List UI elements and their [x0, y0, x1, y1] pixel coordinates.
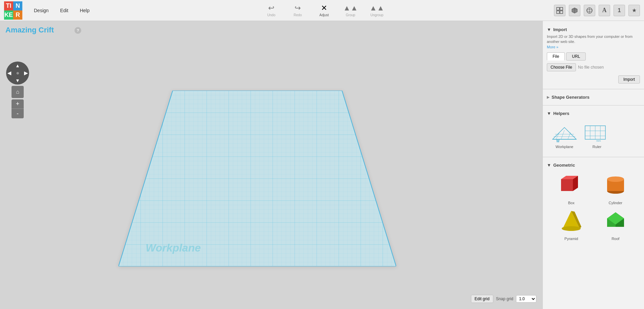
home-button[interactable]: ⌂: [12, 86, 24, 98]
canvas-area[interactable]: Amazing Crift ? ▲ ▼ ◀ ▶ ⊕ ⌂ + -: [0, 21, 542, 309]
geometric-arrow: ▼: [547, 163, 551, 168]
view-buttons: A 1 ★: [554, 5, 640, 16]
workplane-helper-label: Workplane: [556, 145, 573, 149]
divider-3: [543, 157, 644, 157]
svg-point-35: [607, 176, 624, 182]
nav-center: ⊕: [16, 71, 19, 75]
roof-icon: [600, 208, 631, 235]
text-view-btn[interactable]: A: [599, 5, 610, 16]
grid-view-btn[interactable]: [554, 5, 565, 16]
group-icon: ▲▲: [343, 4, 358, 13]
cylinder-label: Cylinder: [609, 201, 622, 205]
pyramid-label: Pyramid: [564, 237, 578, 241]
help-button[interactable]: ?: [74, 27, 81, 34]
ungroup-label: Ungroup: [370, 13, 383, 17]
ruler-helper-icon: mm: [583, 121, 610, 143]
divider-1: [543, 89, 644, 89]
svg-rect-3: [560, 11, 563, 14]
geo-pyramid[interactable]: Pyramid: [551, 208, 592, 241]
helpers-section: ▼ Helpers W: [543, 108, 644, 154]
topbar: TI N KE R Design Edit Help ↩ Undo ↪ Redo…: [0, 0, 644, 21]
right-panel: ▼ Import Import 2D or 3D shapes from you…: [542, 21, 644, 309]
zoom-out-button[interactable]: -: [12, 109, 24, 118]
geometric-section: ▼ Geometric Box: [543, 160, 644, 246]
snap-grid-select[interactable]: 1.0 0.5 2.0: [516, 295, 536, 303]
import-title: Import: [553, 27, 567, 32]
shape-gen-title: Shape Generators: [552, 95, 589, 100]
helpers-arrow: ▼: [547, 111, 551, 116]
grid-controls: Edit grid Snap grid 1.0 0.5 2.0: [471, 295, 536, 303]
import-desc: Import 2D or 3D shapes from your compute…: [547, 34, 640, 50]
project-title[interactable]: Amazing Crift: [5, 26, 54, 34]
svg-rect-0: [557, 7, 559, 10]
menu-bar: Design Edit Help: [29, 6, 94, 15]
helpers-title: Helpers: [553, 111, 570, 116]
toolbar-center: ↩ Undo ↪ Redo ✕ Adjust ▲▲ Group ▲▲ Ungro…: [101, 4, 547, 17]
helper-workplane[interactable]: W Workplane: [551, 121, 578, 149]
no-file-text: No file chosen: [578, 65, 604, 70]
workplane-grid: Workplane: [119, 91, 396, 268]
import-header[interactable]: ▼ Import: [547, 27, 640, 32]
ruler-helper-label: Ruler: [593, 145, 601, 149]
ungroup-button[interactable]: ▲▲ Ungroup: [368, 4, 385, 17]
import-tabs: File URL: [547, 52, 640, 61]
adjust-button[interactable]: ✕ Adjust: [316, 4, 332, 17]
adjust-icon: ✕: [321, 4, 327, 13]
redo-button[interactable]: ↪ Redo: [289, 4, 306, 17]
geometric-title: Geometric: [553, 163, 575, 168]
tab-file[interactable]: File: [547, 52, 565, 61]
undo-button[interactable]: ↩ Undo: [263, 4, 280, 17]
logo-cell-r: R: [13, 10, 22, 20]
edit-grid-button[interactable]: Edit grid: [471, 295, 493, 303]
cube-view-btn[interactable]: [569, 5, 580, 16]
menu-help[interactable]: Help: [75, 6, 94, 15]
import-arrow: ▼: [547, 27, 551, 32]
svg-line-19: [568, 133, 571, 139]
import-section: ▼ Import Import 2D or 3D shapes from you…: [543, 24, 644, 86]
redo-label: Redo: [294, 13, 302, 17]
divider-2: [543, 105, 644, 105]
svg-text:W: W: [556, 139, 560, 143]
group-button[interactable]: ▲▲ Group: [342, 4, 359, 17]
geo-cylinder[interactable]: Cylinder: [595, 172, 636, 205]
helper-ruler[interactable]: mm Ruler: [583, 121, 610, 149]
tab-url[interactable]: URL: [566, 52, 586, 61]
nav-up-arrow: ▲: [15, 63, 20, 68]
svg-rect-1: [560, 7, 563, 10]
cylinder-icon: [600, 172, 631, 199]
svg-rect-13: [119, 91, 396, 266]
box-icon: [556, 172, 586, 199]
geo-roof[interactable]: Roof: [595, 208, 636, 241]
svg-point-38: [562, 226, 581, 231]
snap-grid-label: Snap grid: [496, 296, 513, 301]
shape-generators-section[interactable]: ▶ Shape Generators: [543, 92, 644, 102]
zoom-in-button[interactable]: +: [12, 99, 24, 109]
shape-gen-arrow: ▶: [547, 95, 550, 99]
menu-design[interactable]: Design: [29, 6, 53, 15]
geo-box[interactable]: Box: [551, 172, 592, 205]
nav-left-arrow: ◀: [7, 70, 11, 76]
svg-text:mm: mm: [596, 139, 601, 142]
undo-icon: ↩: [268, 4, 274, 13]
choose-file-button[interactable]: Choose File: [547, 63, 576, 71]
import-more-link[interactable]: More »: [547, 45, 558, 49]
menu-edit[interactable]: Edit: [56, 6, 73, 15]
file-row: Choose File No file chosen: [547, 63, 640, 71]
workplane-svg: [119, 91, 396, 266]
helpers-header[interactable]: ▼ Helpers: [547, 111, 640, 116]
svg-marker-30: [561, 179, 573, 191]
tinkercad-logo[interactable]: TI N KE R: [4, 1, 22, 20]
adjust-label: Adjust: [319, 13, 329, 17]
sphere-view-btn[interactable]: [584, 5, 595, 16]
geometric-grid: Box Cylinder: [547, 170, 640, 243]
main-area: Amazing Crift ? ▲ ▼ ◀ ▶ ⊕ ⌂ + -: [0, 21, 644, 309]
nav-compass[interactable]: ▲ ▼ ◀ ▶ ⊕: [6, 62, 29, 85]
star-view-btn[interactable]: ★: [628, 5, 640, 16]
logo-cell-ti: TI: [4, 1, 13, 10]
logo-cell-ke: KE: [4, 10, 13, 20]
geometric-header[interactable]: ▼ Geometric: [547, 163, 640, 168]
import-button[interactable]: Import: [618, 75, 640, 84]
number-view-btn[interactable]: 1: [614, 5, 625, 16]
pyramid-icon: [556, 208, 586, 235]
ungroup-icon: ▲▲: [369, 4, 384, 13]
